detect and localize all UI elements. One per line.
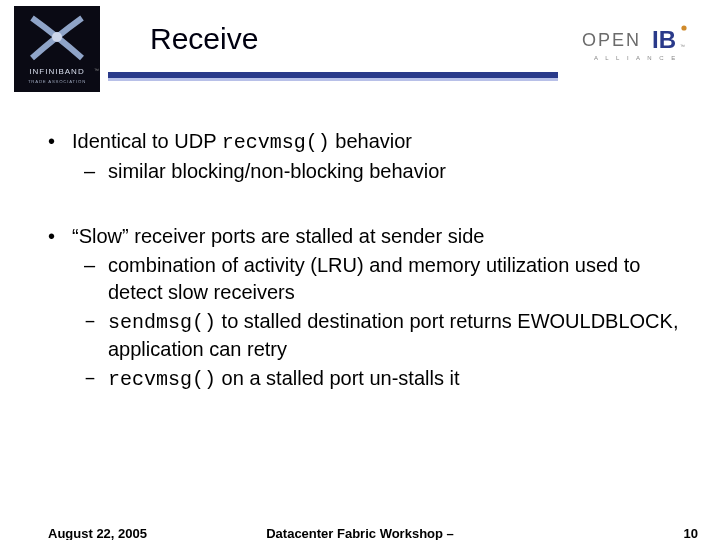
slide-header: INFINIBAND TRADE ASSOCIATION ™ Receive O…	[0, 0, 720, 100]
sub-bullet-item: – combination of activity (LRU) and memo…	[84, 252, 688, 306]
sub-bullet-marker: –	[84, 308, 108, 363]
sub-bullet-item: – recvmsg() on a stalled port un-stalls …	[84, 365, 688, 393]
infiniband-logo-text: INFINIBAND	[29, 67, 84, 76]
infiniband-logo: INFINIBAND TRADE ASSOCIATION ™	[14, 6, 100, 92]
text-fragment: Identical to UDP	[72, 130, 222, 152]
svg-point-3	[681, 25, 686, 30]
text-fragment: “Slow” receiver ports are stalled at sen…	[72, 225, 484, 247]
open-ib-open-text: OPEN	[582, 30, 641, 50]
slide-title: Receive	[150, 22, 258, 56]
code-fragment: sendmsg()	[108, 311, 216, 334]
svg-text:™: ™	[94, 67, 99, 73]
code-fragment: recvmsg()	[222, 131, 330, 154]
sub-bullet-item: – similar blocking/non-blocking behavior	[84, 158, 688, 185]
svg-text:™: ™	[680, 43, 685, 49]
open-ib-logo: OPEN IB ™ A L L I A N C E	[580, 22, 692, 66]
sub-bullet-marker: –	[84, 252, 108, 306]
text-fragment: behavior	[330, 130, 412, 152]
bullet-marker: •	[48, 128, 72, 156]
footer-page-number: 10	[684, 526, 698, 540]
slide-body: • Identical to UDP recvmsg() behavior – …	[48, 128, 688, 395]
sub-bullet-text: sendmsg() to stalled destination port re…	[108, 308, 688, 363]
bullet-marker: •	[48, 223, 72, 250]
open-ib-alliance-text: A L L I A N C E	[594, 55, 678, 61]
infiniband-logo-subtext: TRADE ASSOCIATION	[28, 79, 86, 84]
bullet-text: “Slow” receiver ports are stalled at sen…	[72, 223, 484, 250]
svg-point-1	[52, 32, 62, 42]
open-ib-ib-text: IB	[652, 26, 676, 53]
footer-title: Datacenter Fabric Workshop –	[0, 526, 720, 540]
bullet-item: • Identical to UDP recvmsg() behavior	[48, 128, 688, 156]
title-rule-shadow	[108, 78, 558, 81]
sub-bullet-text: similar blocking/non-blocking behavior	[108, 158, 446, 185]
sub-bullet-item: – sendmsg() to stalled destination port …	[84, 308, 688, 363]
sub-bullet-marker: –	[84, 158, 108, 185]
bullet-item: • “Slow” receiver ports are stalled at s…	[48, 223, 688, 250]
sub-bullet-marker: –	[84, 365, 108, 393]
bullet-text: Identical to UDP recvmsg() behavior	[72, 128, 412, 156]
text-fragment: on a stalled port un-stalls it	[216, 367, 459, 389]
sub-bullet-text: recvmsg() on a stalled port un-stalls it	[108, 365, 460, 393]
code-fragment: recvmsg()	[108, 368, 216, 391]
sub-bullet-text: combination of activity (LRU) and memory…	[108, 252, 688, 306]
